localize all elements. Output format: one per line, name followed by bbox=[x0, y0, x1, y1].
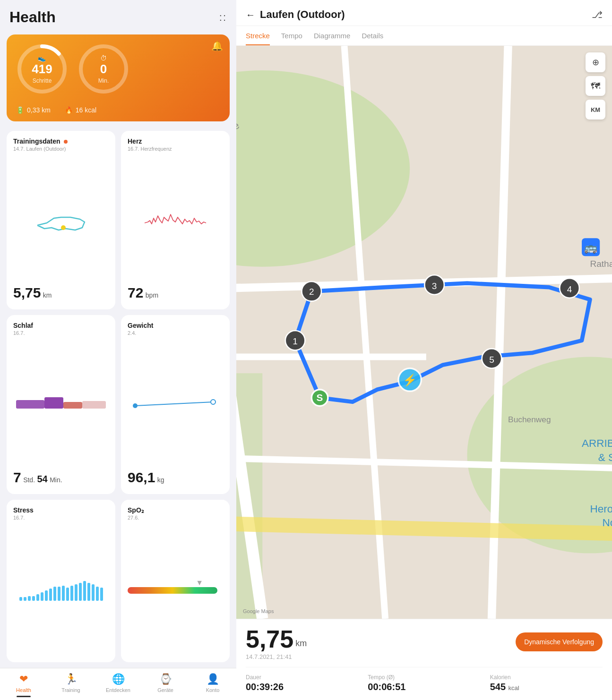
stress-bars bbox=[19, 575, 103, 601]
stats-row: Dauer 00:39:26 Tempo (Ø) 00:06:51 Kalori… bbox=[246, 667, 603, 692]
tab-details[interactable]: Details bbox=[362, 26, 383, 45]
entdecken-icon: 🌐 bbox=[112, 673, 125, 685]
dauer-label: Dauer bbox=[246, 674, 358, 681]
svg-text:Rathausalllee: Rathausalllee bbox=[590, 259, 612, 269]
svg-text:Herold-Center: Herold-Center bbox=[590, 503, 612, 515]
training-dot bbox=[64, 140, 68, 144]
svg-text:2: 2 bbox=[309, 287, 314, 297]
svg-rect-4 bbox=[16, 400, 44, 409]
steps-label: Schritte bbox=[32, 77, 52, 84]
konto-icon: 👤 bbox=[207, 673, 219, 685]
share-icon[interactable]: ⎇ bbox=[592, 9, 603, 20]
training-visual bbox=[13, 155, 109, 283]
spo2-subtitle: 27.6. bbox=[128, 515, 223, 521]
nav-health-label: Health bbox=[16, 687, 31, 693]
health-icon: ❤ bbox=[19, 673, 28, 685]
back-button[interactable]: ← Laufen (Outdoor) bbox=[246, 9, 345, 21]
steps-icon: 👟 bbox=[32, 54, 52, 62]
tab-tempo[interactable]: Tempo bbox=[281, 26, 302, 45]
svg-point-9 bbox=[133, 403, 138, 408]
right-title: Laufen (Outdoor) bbox=[260, 9, 345, 21]
dynamic-verfolgung-btn[interactable]: Dynamische Verfolgung bbox=[516, 632, 603, 651]
tab-strecke[interactable]: Strecke bbox=[246, 26, 270, 45]
kalorien-col: Kalorien 545 kcal bbox=[490, 674, 603, 692]
bottom-nav: ❤ Health 🏃 Training 🌐 Entdecken ⌚ Geräte… bbox=[0, 668, 236, 700]
stats-section: 5,75 km Dynamische Verfolgung 14.7.2021,… bbox=[236, 619, 612, 700]
weight-visual bbox=[128, 340, 223, 467]
map-container: Waldstraße Rathausalllee Buchenweg Fried… bbox=[236, 46, 612, 619]
heart-card[interactable]: Herz 16.7. Herzfrequenz 72 bpm bbox=[121, 131, 230, 309]
distance-unit: km bbox=[295, 639, 307, 649]
training-card[interactable]: Trainingsdaten 14.7. Laufen (Outdoor) 5,… bbox=[7, 131, 115, 309]
nav-training-label: Training bbox=[61, 687, 80, 693]
activity-card: 🔔 👟 419 Schritte bbox=[7, 34, 230, 121]
time-icon: ⏱ bbox=[98, 54, 109, 62]
svg-rect-6 bbox=[63, 402, 82, 409]
menu-icon[interactable]: :: bbox=[219, 11, 227, 24]
heart-value-row: 72 bpm bbox=[128, 285, 223, 301]
nav-health[interactable]: ❤ Health bbox=[0, 673, 47, 697]
training-subtitle: 14.7. Laufen (Outdoor) bbox=[13, 146, 109, 152]
svg-text:3: 3 bbox=[432, 281, 437, 291]
left-panel: Health :: 🔔 👟 419 Schritte bbox=[0, 0, 236, 700]
steps-inner: 👟 419 Schritte bbox=[32, 54, 52, 84]
location-icon: ⊕ bbox=[592, 57, 599, 68]
spo2-card[interactable]: SpO₂ 27.6. ▼ bbox=[121, 500, 230, 662]
distance-value: 0,33 km bbox=[27, 106, 51, 114]
time-widget: ⏱ 0 Min. bbox=[78, 43, 129, 95]
svg-text:🚌: 🚌 bbox=[584, 241, 598, 254]
map-svg: Waldstraße Rathausalllee Buchenweg Fried… bbox=[236, 46, 612, 619]
sleep-card[interactable]: Schlaf 16.7. 7 Std. 54 Min. bbox=[7, 315, 115, 494]
nav-entdecken-label: Entdecken bbox=[106, 687, 130, 693]
svg-point-3 bbox=[61, 225, 66, 230]
time-inner: ⏱ 0 Min. bbox=[98, 54, 109, 84]
tab-diagramme[interactable]: Diagramme bbox=[314, 26, 351, 45]
kalorien-label: Kalorien bbox=[490, 674, 603, 681]
heart-visual bbox=[128, 155, 223, 283]
calories-value: 16 kcal bbox=[76, 106, 96, 114]
dauer-value: 00:39:26 bbox=[246, 682, 358, 692]
alert-icon[interactable]: 🔔 bbox=[211, 40, 223, 51]
main-distance-row: 5,75 km Dynamische Verfolgung bbox=[246, 627, 603, 651]
nav-geraete[interactable]: ⌚ Geräte bbox=[142, 673, 189, 697]
nav-entdecken[interactable]: 🌐 Entdecken bbox=[95, 673, 142, 697]
dauer-col: Dauer 00:39:26 bbox=[246, 674, 358, 692]
google-maps-label: Google Maps bbox=[243, 608, 274, 614]
right-header: ← Laufen (Outdoor) ⎇ bbox=[236, 0, 612, 26]
weight-value-row: 96,1 kg bbox=[128, 470, 223, 486]
svg-text:⚡: ⚡ bbox=[403, 373, 417, 387]
distance-display: 5,75 km bbox=[246, 627, 307, 651]
distance-value: 5,75 bbox=[246, 627, 293, 651]
location-btn[interactable]: ⊕ bbox=[586, 52, 605, 72]
training-value-row: 5,75 km bbox=[13, 285, 109, 301]
heart-subtitle: 16.7. Herzfrequenz bbox=[128, 146, 223, 152]
svg-text:1: 1 bbox=[293, 336, 298, 346]
sleep-unit2: Min. bbox=[50, 476, 62, 484]
unit-btn[interactable]: KM bbox=[586, 100, 605, 120]
back-arrow: ← bbox=[246, 9, 255, 20]
sleep-subtitle: 16.7. bbox=[13, 330, 109, 336]
sleep-value: 7 bbox=[13, 470, 21, 485]
weight-card[interactable]: Gewicht 2.4. 96,1 kg bbox=[121, 315, 230, 494]
right-tabs: Strecke Tempo Diagramme Details bbox=[236, 26, 612, 46]
health-active-bar bbox=[17, 696, 31, 697]
nav-konto[interactable]: 👤 Konto bbox=[189, 673, 236, 697]
weight-title: Gewicht bbox=[128, 322, 223, 329]
svg-text:& Saunadorf: & Saunadorf bbox=[598, 452, 612, 463]
stress-title: Stress bbox=[13, 506, 109, 514]
tempo-value: 00:06:51 bbox=[368, 682, 480, 692]
svg-rect-7 bbox=[82, 401, 106, 409]
training-value: 5,75 bbox=[13, 285, 41, 300]
card-stats-row: 🔋 0,33 km 🔥 16 kcal bbox=[16, 102, 220, 114]
sleep-title: Schlaf bbox=[13, 322, 109, 329]
stress-visual bbox=[13, 524, 109, 652]
stress-card[interactable]: Stress 16.7. bbox=[7, 500, 115, 662]
nav-training[interactable]: 🏃 Training bbox=[47, 673, 95, 697]
steps-value: 419 bbox=[32, 62, 52, 77]
svg-point-10 bbox=[211, 400, 215, 404]
tempo-col: Tempo (Ø) 00:06:51 bbox=[368, 674, 480, 692]
map-type-btn[interactable]: 🗺 bbox=[586, 76, 605, 96]
date-line: 14.7.2021, 21:41 bbox=[246, 653, 603, 660]
spo2-title: SpO₂ bbox=[128, 506, 223, 514]
heart-unit: bpm bbox=[146, 291, 158, 299]
